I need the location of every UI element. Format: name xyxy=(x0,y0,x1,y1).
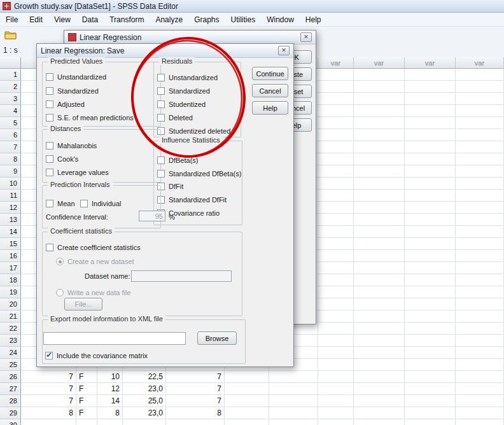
grid-cell[interactable] xyxy=(456,310,504,323)
menu-edit[interactable]: Edit xyxy=(24,13,48,26)
row-header[interactable]: 8 xyxy=(0,153,21,165)
grid-cell[interactable] xyxy=(354,153,405,165)
row-header[interactable]: 11 xyxy=(0,190,21,202)
cb-res-standardized[interactable]: Standardized xyxy=(157,87,210,95)
grid-cell[interactable]: F xyxy=(76,383,97,395)
grid-cell[interactable] xyxy=(405,165,456,178)
cb-infl-cov-ratio[interactable]: Covariance ratio xyxy=(157,209,220,217)
grid-cell[interactable] xyxy=(318,81,354,93)
row-header[interactable]: 7 xyxy=(0,141,21,153)
grid-cell[interactable] xyxy=(354,347,405,359)
menu-graphs[interactable]: Graphs xyxy=(188,13,225,26)
grid-cell[interactable] xyxy=(318,178,354,190)
row-header[interactable]: 26 xyxy=(0,371,21,383)
grid-cell[interactable] xyxy=(318,323,354,335)
row-header[interactable]: 20 xyxy=(0,298,21,310)
column-header[interactable]: var xyxy=(405,57,456,69)
row-header[interactable]: 18 xyxy=(0,274,21,286)
row-header[interactable]: 29 xyxy=(0,407,21,419)
radio-create-new-dataset[interactable]: Create a new dataset xyxy=(56,258,134,265)
grid-cell[interactable] xyxy=(456,117,504,129)
grid-cell[interactable] xyxy=(456,178,504,190)
grid-cell[interactable] xyxy=(405,117,456,129)
grid-cell[interactable]: 25,0 xyxy=(123,395,166,407)
grid-cell[interactable] xyxy=(269,371,318,383)
grid-cell[interactable]: 7 xyxy=(166,371,225,383)
grid-cell[interactable] xyxy=(21,419,76,425)
grid-cell[interactable] xyxy=(456,371,504,383)
row-header[interactable]: 3 xyxy=(0,93,21,105)
grid-cell[interactable] xyxy=(354,335,405,347)
grid-cell[interactable] xyxy=(354,323,405,335)
grid-cell[interactable] xyxy=(318,190,354,202)
column-header[interactable]: var xyxy=(456,57,504,69)
grid-cell[interactable] xyxy=(354,165,405,178)
grid-cell[interactable] xyxy=(269,407,318,419)
grid-cell[interactable] xyxy=(166,419,225,425)
row-header[interactable]: 10 xyxy=(0,178,21,190)
grid-cell[interactable]: 14 xyxy=(97,395,123,407)
cb-res-studentized-deleted[interactable]: Studentized deleted xyxy=(157,127,230,135)
grid-cell[interactable] xyxy=(456,250,504,262)
row-header[interactable]: 30 xyxy=(0,419,21,425)
grid-cell[interactable]: 7 xyxy=(166,383,225,395)
menu-transform[interactable]: Transform xyxy=(104,13,150,26)
grid-cell[interactable] xyxy=(354,395,405,407)
grid-cell[interactable]: 12 xyxy=(97,383,123,395)
grid-cell[interactable] xyxy=(318,129,354,141)
grid-cell[interactable] xyxy=(123,419,166,425)
row-header[interactable]: 28 xyxy=(0,395,21,407)
help-button[interactable]: Help xyxy=(252,101,288,115)
cb-res-studentized[interactable]: Studentized xyxy=(157,101,206,108)
menu-analyze[interactable]: Analyze xyxy=(150,13,188,26)
grid-cell[interactable] xyxy=(318,274,354,286)
grid-cell[interactable] xyxy=(405,262,456,274)
row-header[interactable]: 12 xyxy=(0,202,21,214)
grid-cell[interactable] xyxy=(456,274,504,286)
grid-cell[interactable] xyxy=(456,165,504,178)
row-header[interactable]: 14 xyxy=(0,226,21,238)
grid-cell[interactable] xyxy=(456,323,504,335)
grid-cell[interactable] xyxy=(405,190,456,202)
grid-cell[interactable] xyxy=(456,419,504,425)
grid-cell[interactable] xyxy=(318,153,354,165)
grid-cell[interactable] xyxy=(405,298,456,310)
row-header[interactable]: 15 xyxy=(0,238,21,250)
grid-cell[interactable] xyxy=(456,69,504,81)
grid-cell[interactable]: 8 xyxy=(166,407,225,419)
grid-cell[interactable] xyxy=(318,165,354,178)
browse-button[interactable]: Browse xyxy=(197,331,237,345)
grid-cell[interactable]: 10 xyxy=(97,371,123,383)
grid-cell[interactable] xyxy=(318,238,354,250)
row-header[interactable]: 19 xyxy=(0,286,21,298)
cb-pred-se-mean[interactable]: S.E. of mean predictions xyxy=(46,114,134,122)
grid-cell[interactable] xyxy=(354,202,405,214)
cb-pred-adjusted[interactable]: Adjusted xyxy=(46,101,85,108)
grid-cell[interactable]: 22,5 xyxy=(123,371,166,383)
row-header[interactable]: 27 xyxy=(0,383,21,395)
grid-cell[interactable] xyxy=(405,371,456,383)
grid-cell[interactable] xyxy=(456,286,504,298)
grid-cell[interactable] xyxy=(318,407,354,419)
row-header[interactable]: 16 xyxy=(0,250,21,262)
grid-cell[interactable] xyxy=(405,105,456,117)
row-header[interactable]: 6 xyxy=(0,129,21,141)
grid-cell[interactable] xyxy=(354,141,405,153)
grid-cell[interactable] xyxy=(456,298,504,310)
file-button[interactable]: File... xyxy=(64,298,102,310)
grid-cell[interactable] xyxy=(318,383,354,395)
grid-cell[interactable] xyxy=(269,383,318,395)
menu-data[interactable]: Data xyxy=(76,13,104,26)
grid-cell[interactable] xyxy=(405,93,456,105)
row-header[interactable]: 23 xyxy=(0,335,21,347)
grid-cell[interactable] xyxy=(405,81,456,93)
grid-cell[interactable]: 8 xyxy=(97,407,123,419)
menu-help[interactable]: Help xyxy=(300,13,327,26)
grid-cell[interactable] xyxy=(269,395,318,407)
grid-cell[interactable] xyxy=(354,69,405,81)
row-header[interactable]: 5 xyxy=(0,117,21,129)
grid-cell[interactable] xyxy=(225,407,269,419)
grid-cell[interactable]: 7 xyxy=(21,371,76,383)
row-header[interactable]: 21 xyxy=(0,310,21,323)
grid-cell[interactable] xyxy=(354,274,405,286)
